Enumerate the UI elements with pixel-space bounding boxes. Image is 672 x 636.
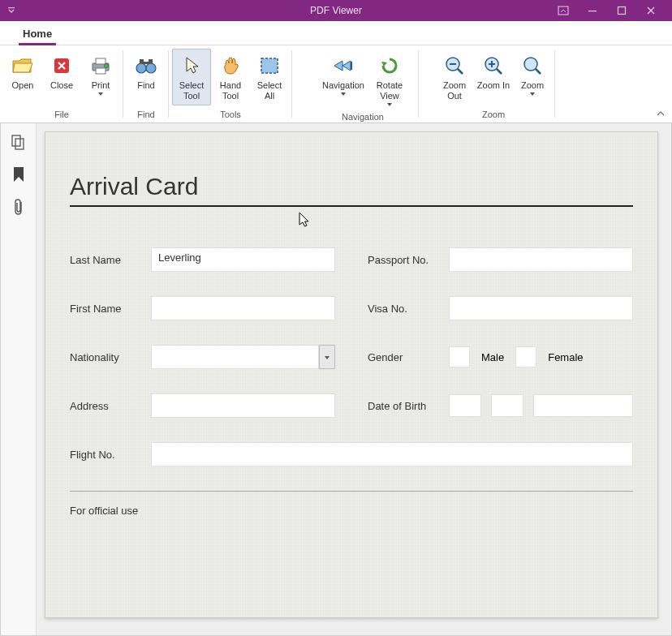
maximize-button[interactable] bbox=[607, 0, 636, 21]
close-button[interactable]: Close bbox=[42, 49, 81, 105]
svg-point-10 bbox=[146, 63, 156, 73]
ribbon-display-button[interactable] bbox=[549, 0, 578, 21]
ribbon-tabs: Home bbox=[0, 21, 672, 45]
svg-rect-21 bbox=[491, 61, 493, 67]
first-name-label: First Name bbox=[70, 303, 141, 315]
male-checkbox[interactable] bbox=[449, 346, 470, 367]
zoom-in-icon bbox=[480, 53, 506, 79]
official-use-label: For official use bbox=[70, 505, 633, 517]
svg-point-8 bbox=[105, 64, 109, 68]
tab-home[interactable]: Home bbox=[16, 23, 58, 45]
title-bar: PDF Viewer bbox=[0, 0, 672, 21]
select-all-button[interactable]: Select All bbox=[250, 49, 289, 105]
flight-no-label: Flight No. bbox=[70, 449, 141, 461]
ribbon-group-file: Open Close Print File bbox=[0, 45, 123, 122]
visa-no-field[interactable] bbox=[449, 296, 633, 320]
cursor-icon bbox=[179, 53, 205, 79]
last-name-field[interactable]: Leverling bbox=[151, 247, 335, 272]
zoom-button[interactable]: Zoom bbox=[513, 49, 552, 105]
male-label: Male bbox=[481, 351, 504, 363]
rotate-icon bbox=[377, 53, 403, 79]
svg-line-22 bbox=[497, 69, 502, 74]
navigation-button[interactable]: Navigation bbox=[317, 49, 370, 105]
ribbon: Open Close Print File bbox=[0, 45, 672, 123]
zoom-out-icon bbox=[442, 53, 467, 79]
svg-rect-15 bbox=[351, 62, 352, 70]
svg-line-18 bbox=[458, 69, 463, 74]
address-field[interactable] bbox=[151, 393, 335, 418]
svg-rect-26 bbox=[15, 139, 24, 149]
cursor-overlay-icon bbox=[297, 211, 312, 229]
dob-day-field[interactable] bbox=[449, 394, 481, 417]
print-button[interactable]: Print bbox=[81, 49, 120, 105]
minimize-button[interactable] bbox=[578, 0, 607, 21]
chevron-down-icon[interactable] bbox=[319, 345, 335, 369]
svg-rect-12 bbox=[149, 59, 153, 64]
open-button[interactable]: Open bbox=[3, 49, 42, 105]
side-panel bbox=[1, 123, 37, 635]
chevron-down-icon bbox=[341, 92, 346, 96]
print-icon bbox=[88, 53, 114, 79]
navigation-icon bbox=[330, 53, 356, 79]
attachments-panel-button[interactable] bbox=[10, 198, 28, 216]
dob-month-field[interactable] bbox=[491, 394, 523, 417]
thumbnails-panel-button[interactable] bbox=[10, 133, 28, 151]
select-tool-button[interactable]: Select Tool bbox=[172, 49, 211, 105]
flight-no-field[interactable] bbox=[151, 442, 633, 466]
divider bbox=[70, 491, 633, 492]
rotate-view-button[interactable]: Rotate View bbox=[370, 49, 409, 110]
zoom-in-button[interactable]: Zoom In bbox=[474, 49, 513, 105]
bookmarks-panel-button[interactable] bbox=[10, 165, 28, 183]
app-title: PDF Viewer bbox=[310, 5, 362, 16]
passport-no-label: Passport No. bbox=[368, 254, 439, 266]
svg-rect-1 bbox=[558, 6, 568, 15]
dob-label: Date of Birth bbox=[368, 400, 439, 412]
pdf-page: Arrival Card Last Name Leverling Passpor… bbox=[45, 131, 658, 618]
ribbon-group-find: Find Find bbox=[123, 45, 169, 122]
address-label: Address bbox=[70, 400, 141, 412]
binoculars-icon bbox=[133, 53, 159, 79]
svg-rect-7 bbox=[96, 68, 106, 74]
find-button[interactable]: Find bbox=[127, 49, 166, 105]
svg-point-9 bbox=[136, 63, 146, 73]
workspace: Arrival Card Last Name Leverling Passpor… bbox=[0, 123, 672, 636]
svg-rect-11 bbox=[140, 59, 144, 64]
chevron-down-icon bbox=[387, 103, 392, 106]
svg-rect-17 bbox=[450, 63, 456, 65]
ribbon-group-navigation: Navigation Rotate View Navigation bbox=[292, 45, 419, 122]
female-label: Female bbox=[548, 351, 583, 363]
folder-open-icon bbox=[10, 53, 36, 79]
hand-icon bbox=[218, 53, 243, 79]
zoom-out-button[interactable]: Zoom Out bbox=[435, 49, 474, 105]
visa-no-label: Visa No. bbox=[368, 303, 439, 315]
ribbon-collapse-button[interactable] bbox=[656, 109, 666, 120]
nationality-label: Nationality bbox=[70, 351, 141, 363]
document-title: Arrival Card bbox=[70, 173, 633, 207]
hand-tool-button[interactable]: Hand Tool bbox=[211, 49, 250, 105]
passport-no-field[interactable] bbox=[449, 247, 633, 272]
ribbon-group-zoom: Zoom Out Zoom In Zoom Zoom bbox=[419, 45, 555, 122]
document-viewport[interactable]: Arrival Card Last Name Leverling Passpor… bbox=[37, 123, 671, 635]
chevron-down-icon bbox=[98, 92, 103, 96]
zoom-icon bbox=[519, 53, 545, 79]
dob-year-field[interactable] bbox=[533, 394, 633, 417]
female-checkbox[interactable] bbox=[515, 346, 536, 367]
ribbon-group-tools: Select Tool Hand Tool Select All Tools bbox=[169, 45, 292, 122]
close-window-button[interactable] bbox=[636, 0, 666, 21]
qat-customize-icon[interactable] bbox=[6, 6, 16, 15]
svg-rect-14 bbox=[261, 58, 278, 73]
svg-point-23 bbox=[524, 58, 537, 71]
svg-rect-13 bbox=[144, 62, 149, 64]
svg-rect-25 bbox=[12, 135, 20, 146]
select-all-icon bbox=[256, 53, 282, 79]
svg-rect-0 bbox=[8, 7, 15, 8]
svg-rect-6 bbox=[96, 58, 106, 64]
nationality-select[interactable] bbox=[151, 345, 335, 369]
last-name-label: Last Name bbox=[70, 254, 141, 266]
svg-rect-2 bbox=[588, 11, 597, 11]
svg-rect-3 bbox=[618, 7, 626, 15]
close-doc-icon bbox=[49, 53, 75, 79]
svg-line-24 bbox=[536, 69, 541, 74]
chevron-down-icon bbox=[530, 92, 535, 96]
first-name-field[interactable] bbox=[151, 296, 335, 320]
